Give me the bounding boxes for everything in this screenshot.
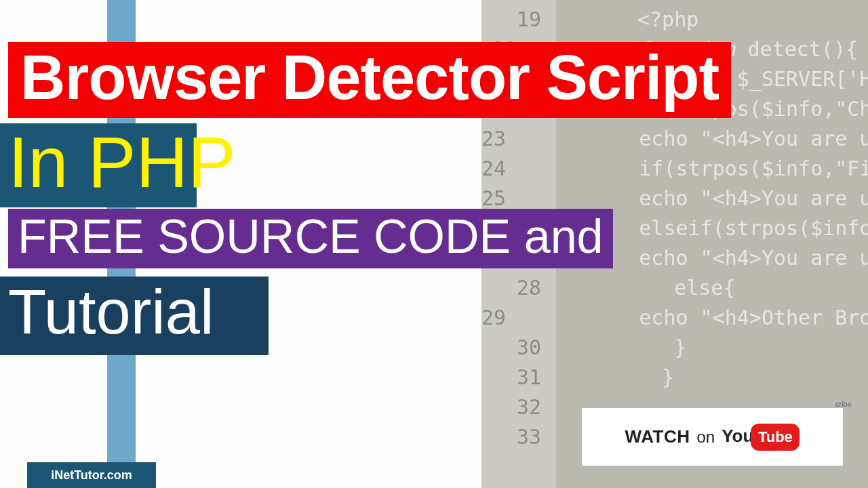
code-text: if(strpos($info,"Fi [521, 157, 868, 180]
headline-title: Browser Detector Script [8, 42, 731, 118]
headline-subtitle: In PHP [8, 126, 236, 198]
code-text: } [556, 336, 686, 359]
line-number: 19 [481, 7, 556, 31]
line-number: 24 [481, 157, 521, 180]
line-number: 32 [481, 395, 556, 419]
code-line: 23 echo "<h4>You are u [481, 123, 868, 153]
subscribe-fragment: cribe [835, 400, 852, 408]
youtube-tube-icon: Tube [751, 424, 800, 451]
brand-badge[interactable]: iNetTutor.com [27, 462, 156, 488]
line-number: 33 [481, 425, 556, 449]
code-line: 29 echo "<h4>Other Bro [481, 302, 868, 332]
youtube-callout[interactable]: WATCH on YouTube [582, 408, 843, 466]
line-number: 28 [481, 276, 556, 300]
code-text: echo "<h4>You are u [521, 127, 868, 150]
code-line: 28 else{ [481, 272, 868, 302]
code-line: 31 } [481, 362, 868, 392]
code-text: <?php [556, 7, 698, 31]
code-text: else{ [556, 276, 736, 300]
code-line: 19<?php [481, 4, 868, 34]
code-text: echo "<h4>You are u [521, 186, 868, 210]
headline-line3: FREE SOURCE CODE and [8, 209, 613, 268]
headline-line4: Tutorial [8, 281, 214, 343]
code-line: 30 } [481, 332, 868, 362]
line-number: 25 [481, 186, 521, 210]
line-number: 23 [481, 127, 521, 150]
youtube-you-label: You [722, 426, 753, 446]
line-number: 31 [481, 365, 556, 389]
code-text: echo "<h4>Other Bro [521, 306, 868, 329]
line-number: 29 [481, 306, 521, 329]
youtube-on-label: on [697, 428, 715, 447]
line-number: 30 [481, 336, 556, 359]
code-text: } [556, 365, 674, 389]
youtube-watch-label: WATCH [625, 426, 690, 447]
code-line: 24 if(strpos($info,"Fi [481, 153, 868, 183]
